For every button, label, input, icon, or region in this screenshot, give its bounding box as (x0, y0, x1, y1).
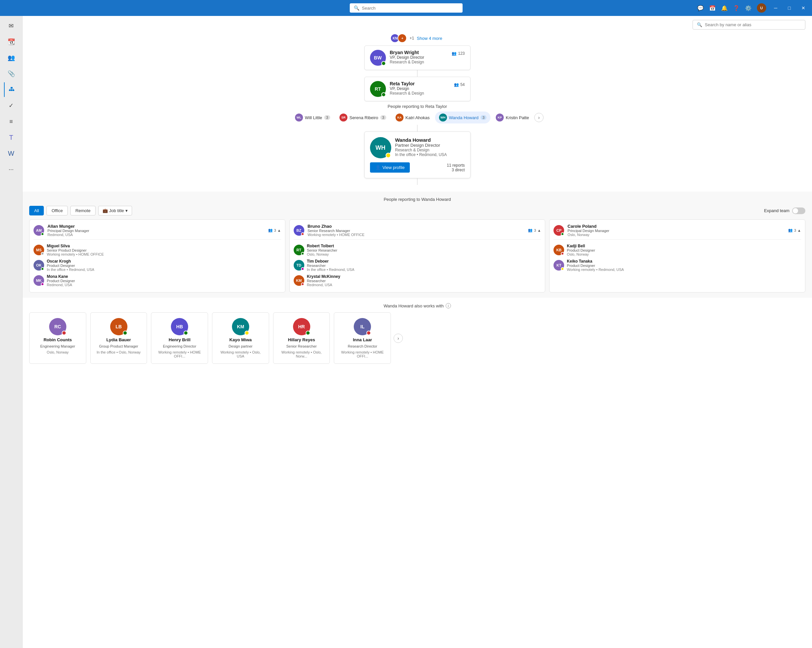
wanda-tab-avatar: WH (439, 113, 447, 121)
tab-will-little[interactable]: WL Will Little 3 (291, 112, 334, 124)
org-search-box[interactable]: 🔍 (693, 20, 805, 29)
bryan-status (381, 61, 386, 66)
keiko-status (561, 267, 564, 271)
member-miguel[interactable]: MS Miguel Silva Senior Product Designer … (34, 242, 281, 258)
team-card-bruno: BZ Bruno Zhao Senior Research Manager Wo… (289, 219, 545, 292)
sidebar-item-people[interactable]: 👥 (4, 50, 18, 65)
collab-card-lydia[interactable]: LB Lydia Bauer Group Product Manager In … (90, 312, 147, 364)
filter-remote[interactable]: Remote (70, 206, 96, 215)
keiko-location: Working remotely • Redmond, USA (567, 267, 624, 272)
member-oscar[interactable]: OK Oscar Krogh Product Designer In the o… (34, 258, 281, 273)
collab-row: RC Robin Counts Engineering Manager Oslo… (29, 312, 805, 364)
chevron-up-icon-2: ▲ (537, 228, 541, 232)
minimize-button[interactable]: ─ (772, 4, 780, 12)
maximize-button[interactable]: □ (786, 4, 794, 12)
org-card-reta[interactable]: RT Reta Taylor VP, Design Research & Des… (364, 77, 470, 101)
sidebar-item-more[interactable]: ··· (4, 162, 18, 177)
sidebar-item-mail[interactable]: ✉ (4, 18, 18, 33)
collab-card-inna[interactable]: IL Inna Laar Research Director Working r… (334, 312, 391, 364)
member-robert[interactable]: RT Robert Tolbert Senior Researcher Oslo… (294, 242, 541, 258)
henry-status (183, 331, 188, 335)
calendar-icon[interactable]: 📅 (709, 5, 716, 11)
sidebar-item-word[interactable]: W (4, 146, 18, 160)
app-container: ✉ 📆 👥 📎 ✓ ≡ T W ··· 🔍 (0, 16, 812, 648)
filter-office[interactable]: Office (46, 206, 68, 215)
chevron-down-icon: ▾ (125, 208, 128, 213)
tab-serena-ribeiro[interactable]: SR Serena Ribeiro 3 (336, 112, 390, 124)
stacked-avatar-2: + (398, 34, 407, 43)
help-icon[interactable]: ❓ (733, 5, 740, 11)
chat-icon[interactable]: 💬 (697, 5, 704, 11)
info-icon[interactable]: i (446, 303, 451, 309)
org-card-bryan[interactable]: BW Bryan Wright VP, Design Director Rese… (364, 46, 470, 70)
allan-count: 👥 3 ▲ (268, 228, 281, 232)
sidebar-item-teams[interactable]: T (4, 130, 18, 145)
tab-wanda-howard[interactable]: WH Wanda Howard 3 (435, 112, 490, 124)
kadji-avatar: KB (554, 245, 564, 255)
carole-info: Carole Poland Principal Design Manager O… (568, 224, 785, 237)
team-card-allan: AM Allan Munger Principal Design Manager… (29, 219, 285, 292)
member-tim[interactable]: TD Tim Deboer Researcher In the office •… (294, 258, 541, 273)
sidebar-item-org[interactable] (4, 83, 18, 97)
user-avatar[interactable]: U (757, 3, 766, 12)
tab-katri-ahokas[interactable]: KA Katri Ahokas (392, 112, 434, 124)
keiko-avatar: KT (554, 260, 564, 271)
collab-card-hillary[interactable]: HR Hillary Reyes Senior Researcher Worki… (273, 312, 330, 364)
tab-kristin-patte[interactable]: KP Kristin Patte (492, 112, 533, 124)
carole-card-header: CP Carole Poland Principal Design Manage… (554, 224, 801, 237)
reporting-to-wanda-label: People reporting to Wanda Howard (29, 197, 805, 202)
sidebar-item-calendar[interactable]: 📆 (4, 35, 18, 49)
henry-location: Working remotely • HOME OFFI... (155, 350, 204, 358)
member-krystal[interactable]: KM Krystal McKinney Researcher Redmond, … (294, 273, 541, 288)
lydia-avatar: LB (110, 318, 127, 335)
close-button[interactable]: ✕ (799, 4, 808, 12)
member-kadji[interactable]: KB Kadji Bell Product Designer Oslo, Nor… (554, 242, 801, 258)
more-tabs-button[interactable]: › (534, 113, 543, 122)
view-profile-button[interactable]: 👤 View profile (370, 162, 410, 173)
svg-rect-1 (9, 90, 11, 91)
oscar-location: In the office • Redmond, USA (47, 267, 94, 272)
show-more-button[interactable]: Show 4 more (417, 36, 442, 41)
mona-avatar: MK (34, 275, 44, 286)
carole-count: 👥 3 ▲ (788, 228, 801, 232)
miguel-title: Senior Product Designer (47, 248, 104, 252)
settings-icon[interactable]: ⚙️ (745, 5, 752, 11)
kadji-status (561, 252, 564, 255)
sidebar-item-check[interactable]: ✓ (4, 98, 18, 113)
bell-icon[interactable]: 🔔 (721, 5, 728, 11)
team-grid: AM Allan Munger Principal Design Manager… (29, 219, 805, 292)
katri-avatar: KA (395, 113, 403, 121)
team-card-carole: CP Carole Poland Principal Design Manage… (549, 219, 805, 292)
will-avatar: WL (295, 113, 303, 121)
people-icon-3: 👥 (268, 228, 273, 232)
collab-card-henry[interactable]: HB Henry Brill Engineering Director Work… (151, 312, 208, 364)
collab-next-button[interactable]: › (394, 334, 403, 343)
svg-rect-0 (11, 87, 12, 88)
filter-job-title[interactable]: 💼 Job title ▾ (98, 206, 132, 215)
titlebar-search-input[interactable] (362, 6, 459, 11)
collab-card-robin[interactable]: RC Robin Counts Engineering Manager Oslo… (29, 312, 86, 364)
org-search-input[interactable] (705, 22, 801, 27)
filter-all[interactable]: All (29, 206, 44, 215)
chevron-up-icon-3: ▲ (797, 228, 801, 232)
oscar-title: Product Designer (47, 264, 94, 267)
wanda-selected-dept: Research & Design (395, 148, 447, 152)
member-mona[interactable]: MK Mona Kane Product Designer Redmond, U… (34, 273, 281, 288)
titlebar-search-box[interactable]: 🔍 (350, 3, 462, 12)
titlebar: 🔍 💬 📅 🔔 ❓ ⚙️ U ─ □ ✕ (0, 0, 812, 16)
tim-avatar: TD (294, 260, 304, 271)
bryan-title: VP, Design Director (390, 55, 465, 60)
kadji-title: Product Designer (567, 248, 595, 252)
henry-title: Engineering Director (163, 344, 196, 348)
sidebar-item-lines[interactable]: ≡ (4, 114, 18, 129)
member-keiko[interactable]: KT Keiko Tanaka Product Designer Working… (554, 258, 801, 273)
sidebar-item-attach[interactable]: 📎 (4, 66, 18, 81)
collab-card-kayo[interactable]: KM Kayo Miwa Design partner Working remo… (212, 312, 269, 364)
hillary-avatar: HR (293, 318, 310, 335)
also-works-label: Wanda Howard also works with i (29, 303, 805, 309)
reta-avatar: RT (370, 81, 386, 97)
keiko-name: Keiko Tanaka (567, 259, 624, 264)
expand-team-toggle[interactable] (792, 208, 805, 214)
robert-status (301, 252, 304, 255)
kristin-name: Kristin Patte (506, 115, 529, 120)
